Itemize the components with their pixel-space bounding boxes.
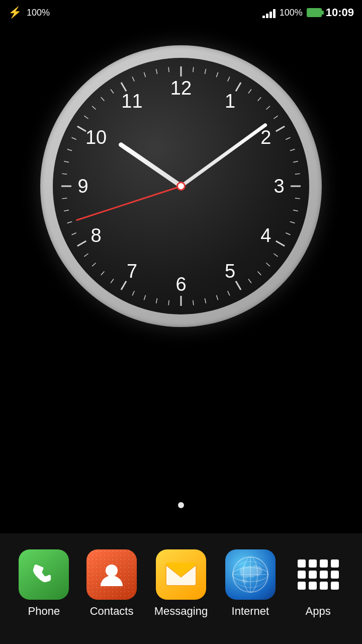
svg-text:1: 1 (225, 91, 235, 112)
svg-line-22 (266, 263, 269, 267)
svg-line-54 (111, 89, 114, 93)
internet-icon (225, 549, 276, 600)
svg-line-49 (72, 137, 76, 139)
usb-icon: ⚡ (8, 6, 22, 19)
svg-line-47 (64, 162, 69, 163)
clock-widget[interactable]: 121234567891011 (40, 45, 322, 327)
svg-line-41 (72, 233, 76, 235)
phone-svg (29, 559, 59, 590)
svg-line-53 (101, 97, 105, 101)
svg-line-50 (77, 126, 86, 131)
signal-icon (262, 7, 276, 18)
svg-line-31 (168, 300, 169, 305)
phone-icon (19, 549, 69, 600)
svg-text:11: 11 (121, 91, 142, 112)
svg-line-10 (276, 126, 285, 131)
svg-line-14 (295, 174, 300, 174)
dock-item-contacts[interactable]: Contacts (86, 549, 137, 618)
svg-line-55 (121, 83, 126, 91)
clock-time: 10:09 (326, 6, 354, 19)
svg-line-5 (236, 83, 241, 91)
dock-item-phone[interactable]: Phone (19, 549, 69, 618)
dock-label-phone: Phone (28, 605, 60, 618)
svg-text:6: 6 (175, 274, 186, 295)
svg-line-26 (228, 291, 230, 295)
svg-line-43 (64, 210, 69, 211)
svg-text:8: 8 (91, 225, 102, 246)
dock-item-apps[interactable]: Apps (293, 549, 343, 618)
svg-line-1 (193, 67, 194, 72)
svg-line-8 (266, 106, 269, 110)
contacts-icon (86, 549, 137, 600)
svg-line-42 (67, 221, 72, 223)
battery-percent: 100% (280, 8, 303, 18)
svg-text:4: 4 (260, 225, 271, 246)
svg-line-36 (111, 279, 114, 283)
svg-line-24 (248, 279, 251, 283)
svg-line-40 (77, 241, 86, 246)
svg-line-33 (144, 295, 145, 300)
minute-hand (180, 123, 267, 188)
svg-line-38 (92, 263, 96, 267)
globe-svg (230, 554, 270, 595)
svg-text:7: 7 (127, 261, 137, 282)
page-dot-active (178, 502, 184, 508)
svg-line-35 (121, 281, 126, 290)
dock-item-internet[interactable]: Internet (225, 549, 276, 618)
svg-line-34 (132, 291, 134, 295)
svg-line-58 (156, 69, 157, 74)
page-indicator (178, 502, 184, 508)
battery-icon (307, 8, 322, 17)
dock-label-messaging: Messaging (154, 605, 208, 618)
clock-face: 121234567891011 (53, 58, 309, 314)
dock-label-apps: Apps (306, 605, 331, 618)
hour-hand (118, 141, 183, 188)
svg-line-19 (286, 233, 290, 235)
svg-line-48 (67, 149, 72, 150)
svg-line-46 (62, 174, 67, 174)
svg-line-7 (258, 97, 261, 101)
svg-line-6 (248, 89, 251, 93)
center-dot (176, 182, 186, 191)
svg-line-29 (193, 300, 194, 305)
clock-outer-ring: 121234567891011 (40, 45, 322, 327)
svg-text:5: 5 (225, 261, 235, 282)
messaging-icon (156, 549, 206, 600)
second-hand (75, 186, 181, 221)
svg-line-20 (276, 241, 285, 246)
svg-line-18 (290, 221, 295, 223)
svg-line-13 (293, 162, 298, 163)
svg-line-2 (205, 69, 206, 74)
svg-line-44 (62, 198, 67, 199)
svg-line-51 (84, 116, 88, 119)
svg-line-59 (168, 67, 169, 72)
svg-line-56 (132, 77, 134, 82)
battery-percent-small: 100% (27, 8, 50, 18)
apps-grid (294, 555, 343, 594)
svg-line-11 (286, 137, 290, 139)
svg-line-37 (101, 271, 105, 275)
svg-line-16 (295, 198, 300, 199)
dock-label-contacts: Contacts (90, 605, 134, 618)
svg-line-52 (92, 106, 96, 110)
svg-text:2: 2 (260, 127, 271, 148)
dock-label-internet: Internet (232, 605, 269, 618)
svg-line-25 (236, 281, 241, 290)
svg-line-23 (258, 271, 261, 275)
svg-line-3 (216, 72, 218, 77)
svg-line-4 (228, 77, 230, 82)
svg-text:9: 9 (77, 176, 88, 197)
status-bar: ⚡ 100% 100% 10:09 (0, 0, 362, 25)
svg-line-28 (205, 298, 206, 303)
svg-text:10: 10 (85, 127, 107, 148)
svg-line-27 (216, 295, 218, 300)
svg-text:3: 3 (274, 176, 284, 197)
svg-line-17 (293, 210, 298, 211)
dock-item-messaging[interactable]: Messaging (154, 549, 208, 618)
svg-text:12: 12 (170, 77, 192, 99)
svg-line-39 (84, 254, 88, 257)
svg-line-32 (156, 298, 157, 303)
svg-line-21 (274, 254, 278, 257)
dock: Phone Contacts Messaging (0, 533, 362, 644)
apps-icon (293, 549, 343, 600)
